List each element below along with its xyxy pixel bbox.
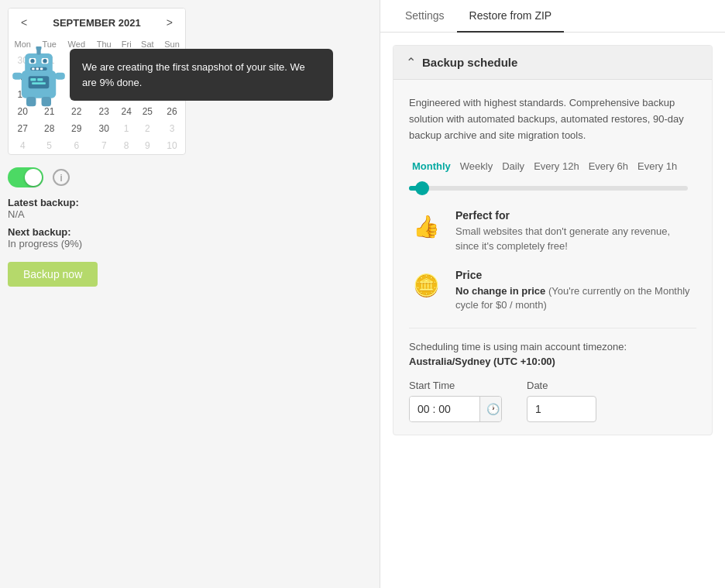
start-time-label: Start Time [409, 380, 502, 391]
freq-tab-daily[interactable]: Daily [499, 159, 527, 174]
collapse-icon: ⌃ [406, 55, 416, 70]
svg-rect-17 [30, 78, 36, 81]
latest-backup-label: Latest backup: [8, 197, 372, 208]
slider-track [409, 186, 688, 191]
right-panel: Settings Restore from ZIP ⌃ Backup sched… [380, 0, 725, 588]
time-input-wrap: 🕐 [409, 396, 502, 422]
start-time-input[interactable] [410, 397, 479, 421]
next-backup-label: Next backup: [8, 226, 372, 238]
calendar-row: 45678910 [9, 137, 185, 154]
calendar-cell[interactable]: 2 [136, 120, 159, 137]
calendar-cell[interactable]: 27 [9, 120, 36, 137]
prev-month-button[interactable]: < [16, 15, 32, 30]
svg-rect-12 [12, 73, 22, 80]
next-backup-value: In progress (9%) [8, 238, 372, 249]
time-picker-button[interactable]: 🕐 [479, 397, 502, 421]
calendar-cell[interactable]: 8 [117, 137, 136, 154]
svg-rect-9 [32, 68, 35, 70]
speech-bubble: We are creating the first snapshot of yo… [70, 49, 333, 101]
calendar-cell[interactable]: 6 [62, 137, 91, 154]
tab-restore-from-zip[interactable]: Restore from ZIP [457, 0, 565, 33]
calendar-cell[interactable]: 28 [36, 120, 61, 137]
price-row: 🪙 Price No change in price (You're curre… [409, 269, 696, 312]
frequency-slider-container [409, 186, 696, 191]
perfect-for-desc: Small websites that don't generate any r… [455, 225, 696, 253]
calendar-cell[interactable]: 9 [136, 137, 159, 154]
svg-rect-13 [55, 73, 64, 80]
timezone-label: Scheduling time is using main account ti… [409, 341, 696, 352]
mascot-area: We are creating the first snapshot of yo… [8, 46, 372, 108]
svg-rect-10 [36, 68, 39, 70]
slider-thumb[interactable] [415, 181, 429, 195]
svg-point-7 [43, 59, 46, 63]
price-title: Price [455, 269, 696, 281]
frequency-tabs: MonthlyWeeklyDailyEvery 12hEvery 6hEvery… [409, 159, 696, 174]
perfect-for-row: 👍 Perfect for Small websites that don't … [409, 209, 696, 253]
price-content: Price No change in price (You're current… [455, 269, 696, 312]
price-desc: No change in price (You're currently on … [455, 284, 696, 312]
tab-settings[interactable]: Settings [393, 0, 457, 33]
calendar-cell[interactable]: 30 [91, 120, 117, 137]
info-icon[interactable]: i [53, 169, 70, 186]
toggle-row: i [8, 167, 372, 187]
date-label: Date [527, 380, 596, 391]
left-panel: < SEPTEMBER 2021 > MonTueWedThuFriSatSun… [0, 0, 380, 588]
svg-rect-14 [26, 97, 36, 106]
freq-tab-monthly[interactable]: Monthly [409, 159, 454, 174]
calendar-row: 27282930123 [9, 120, 185, 137]
calendar-cell[interactable]: 29 [62, 120, 91, 137]
timezone-section: Scheduling time is using main account ti… [409, 328, 696, 422]
svg-rect-11 [40, 68, 43, 70]
time-date-row: Start Time 🕐 Date [409, 380, 696, 422]
perfect-for-title: Perfect for [455, 209, 696, 222]
schedule-section: ⌃ Backup schedule Engineered with highes… [393, 45, 713, 435]
calendar-cell[interactable]: 4 [9, 137, 36, 154]
calendar-cell[interactable]: 7 [91, 137, 117, 154]
schedule-description: Engineered with highest standards. Compr… [409, 95, 696, 143]
svg-rect-15 [42, 97, 51, 106]
timezone-value: Australia/Sydney (UTC +10:00) [409, 356, 696, 367]
latest-backup-value: N/A [8, 208, 372, 220]
svg-rect-1 [25, 53, 53, 74]
calendar-title: SEPTEMBER 2021 [53, 17, 140, 29]
freq-tab-every-6h[interactable]: Every 6h [586, 159, 631, 174]
freq-tab-every-1h[interactable]: Every 1h [634, 159, 680, 174]
svg-rect-18 [37, 78, 43, 81]
date-input[interactable] [527, 396, 596, 422]
backup-info: Latest backup: N/A Next backup: In progr… [8, 197, 372, 249]
schedule-section-title: Backup schedule [422, 56, 517, 69]
schedule-section-header[interactable]: ⌃ Backup schedule [393, 46, 712, 80]
calendar-header: < SEPTEMBER 2021 > [9, 9, 185, 36]
toggle-knob [25, 169, 42, 186]
date-group: Date [527, 380, 596, 422]
calendar-cell[interactable]: 1 [117, 120, 136, 137]
svg-rect-19 [32, 82, 46, 84]
coin-icon: 🪙 [409, 269, 443, 303]
svg-point-6 [30, 59, 34, 63]
tabs-bar: Settings Restore from ZIP [380, 0, 725, 33]
backup-toggle[interactable] [8, 167, 43, 187]
next-month-button[interactable]: > [162, 15, 177, 30]
start-time-group: Start Time 🕐 [409, 380, 502, 422]
calendar-cell[interactable]: 10 [159, 137, 185, 154]
calendar-cell[interactable]: 3 [159, 120, 185, 137]
freq-tab-weekly[interactable]: Weekly [457, 159, 496, 174]
price-highlight: No change in price [455, 285, 545, 297]
backup-now-button[interactable]: Backup now [8, 262, 98, 287]
schedule-body: Engineered with highest standards. Compr… [393, 80, 712, 435]
thumbs-up-icon: 👍 [409, 209, 443, 243]
robot-mascot [8, 46, 70, 108]
calendar-cell[interactable]: 5 [36, 137, 61, 154]
perfect-for-content: Perfect for Small websites that don't ge… [455, 209, 696, 253]
freq-tab-every-12h[interactable]: Every 12h [531, 159, 582, 174]
